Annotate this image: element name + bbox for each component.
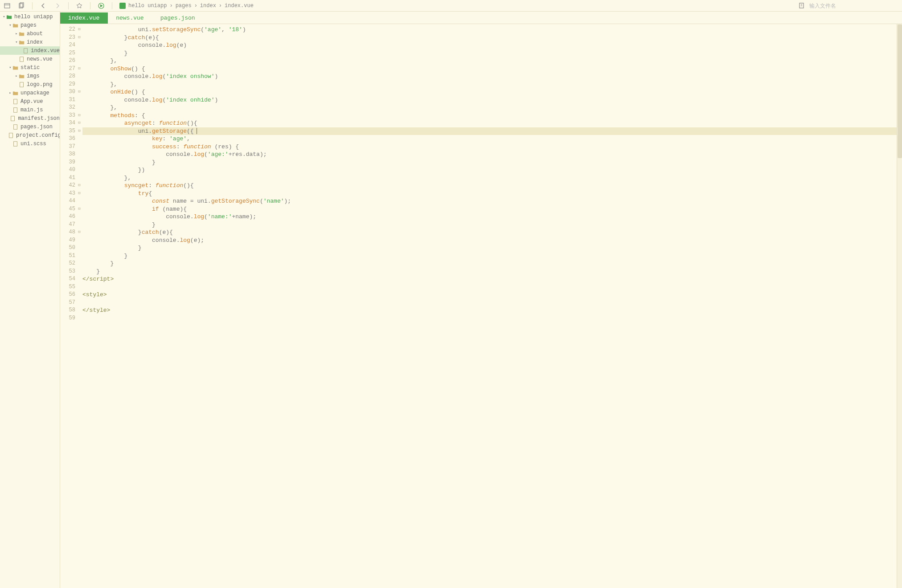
chevron-right-icon: › <box>169 3 172 9</box>
tree-item-static[interactable]: ▾static <box>0 63 60 72</box>
line-number-gutter[interactable]: 2223242526272829303132333435363738394041… <box>60 24 77 588</box>
svg-rect-5 <box>24 48 28 53</box>
tree-item-pages[interactable]: ▾pages <box>0 21 60 29</box>
breadcrumb: hello uniapp › pages › index › index.vue <box>119 3 254 9</box>
tree-item-uni-scss[interactable]: uni.scss <box>0 139 60 148</box>
tab-bar: index.vuenews.vuepages.json <box>60 12 902 24</box>
tree-item-project-config-json[interactable]: project.config.json <box>0 131 60 139</box>
tree-item-logo-png[interactable]: logo.png <box>0 80 60 89</box>
copy-icon[interactable] <box>18 2 25 9</box>
search-input[interactable] <box>809 3 898 9</box>
breadcrumb-item[interactable]: index <box>200 3 216 9</box>
tree-item-main-js[interactable]: main.js <box>0 106 60 114</box>
chevron-right-icon: › <box>219 3 222 9</box>
fold-gutter[interactable]: ⊟⊟⊟⊟⊟⊟⊟⊟⊟⊟⊟ <box>77 24 82 588</box>
toolbar: hello uniapp › pages › index › index.vue <box>0 0 902 12</box>
tree-item-index[interactable]: ▾index <box>0 38 60 46</box>
svg-rect-10 <box>11 116 15 121</box>
svg-rect-13 <box>14 141 17 146</box>
svg-rect-11 <box>14 124 17 129</box>
tree-item-news-vue[interactable]: news.vue <box>0 55 60 63</box>
tree-item-manifest-json[interactable]: manifest.json <box>0 114 60 122</box>
scrollbar[interactable] <box>897 24 902 588</box>
breadcrumb-item[interactable]: pages <box>176 3 192 9</box>
find-icon[interactable] <box>799 2 806 9</box>
svg-rect-12 <box>9 133 13 138</box>
breadcrumb-item[interactable]: hello uniapp <box>128 3 167 9</box>
editor-area: index.vuenews.vuepages.json 222324252627… <box>60 12 902 588</box>
separator <box>112 2 112 9</box>
tree-item-App-vue[interactable]: App.vue <box>0 97 60 106</box>
breadcrumb-item[interactable]: index.vue <box>225 3 254 9</box>
run-icon[interactable] <box>98 2 105 9</box>
tree-item-unpackage[interactable]: ▸unpackage <box>0 89 60 97</box>
separator <box>90 2 90 9</box>
chevron-right-icon: › <box>194 3 197 9</box>
tree-item-imgs[interactable]: ▸imgs <box>0 72 60 80</box>
explorer-icon[interactable] <box>4 2 11 9</box>
star-icon[interactable] <box>76 2 83 9</box>
tab-pages-json[interactable]: pages.json <box>152 12 204 24</box>
tab-news-vue[interactable]: news.vue <box>108 12 152 24</box>
scrollbar-thumb[interactable] <box>898 24 902 158</box>
project-icon <box>119 3 126 9</box>
svg-rect-8 <box>14 99 17 104</box>
tab-index-vue[interactable]: index.vue <box>60 12 108 24</box>
tree-item-index-vue[interactable]: index.vue <box>0 46 60 55</box>
separator <box>68 2 69 9</box>
svg-rect-6 <box>20 57 24 61</box>
file-explorer[interactable]: ▾hello uniapp▾pages▸about▾indexindex.vue… <box>0 12 60 588</box>
forward-icon[interactable] <box>54 2 61 9</box>
svg-rect-0 <box>4 4 10 8</box>
back-icon[interactable] <box>40 2 47 9</box>
tree-item-pages-json[interactable]: pages.json <box>0 122 60 131</box>
code-editor[interactable]: uni.setStorageSync('age', '18') }catch(e… <box>82 24 897 588</box>
tree-item-about[interactable]: ▸about <box>0 29 60 38</box>
separator <box>32 2 33 9</box>
main-area: ▾hello uniapp▾pages▸about▾indexindex.vue… <box>0 12 902 588</box>
svg-rect-9 <box>14 107 17 112</box>
code-area: 2223242526272829303132333435363738394041… <box>60 24 902 588</box>
svg-rect-7 <box>20 82 24 87</box>
tree-root[interactable]: ▾hello uniapp <box>0 12 60 21</box>
search-area <box>799 2 898 9</box>
